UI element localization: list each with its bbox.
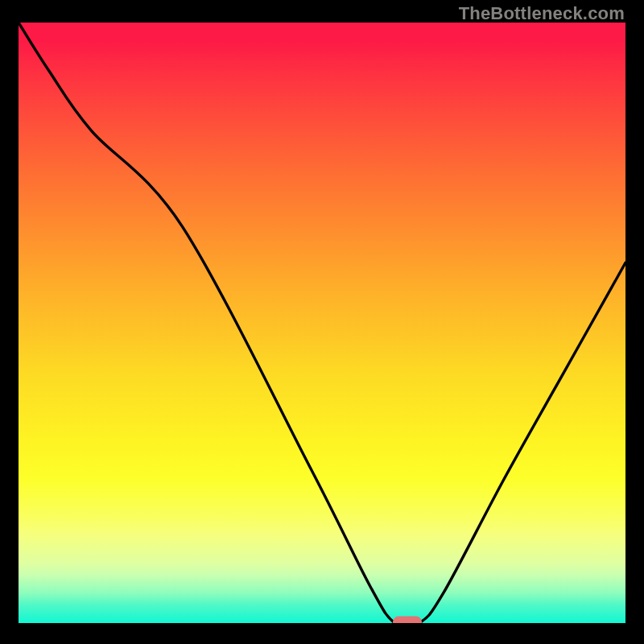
watermark-text: TheBottleneck.com (459, 3, 625, 24)
optimal-point-marker (393, 617, 422, 623)
bottleneck-curve (19, 23, 625, 623)
chart-frame: TheBottleneck.com (0, 0, 644, 644)
plot-area (19, 23, 625, 623)
